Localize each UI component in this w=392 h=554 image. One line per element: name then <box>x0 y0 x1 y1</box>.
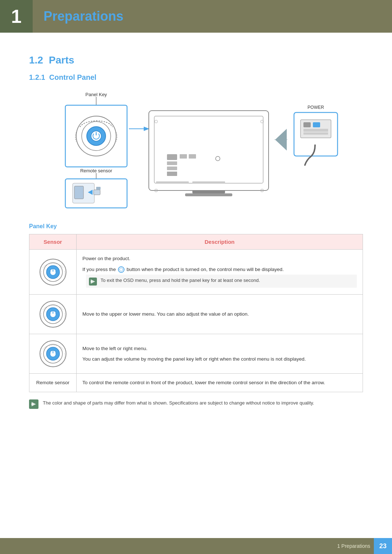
footer-note-text: The color and shape of parts may differ … <box>43 399 314 407</box>
svg-rect-23 <box>156 181 189 183</box>
svg-point-19 <box>155 120 158 123</box>
svg-rect-40 <box>94 190 100 195</box>
table-row: Remote sensorTo control the remote contr… <box>29 374 363 392</box>
circle-button-icon <box>118 266 124 273</box>
note-box: To exit the OSD menu, press and hold the… <box>86 275 357 288</box>
svg-rect-41 <box>96 187 101 190</box>
chapter-title: Preparations <box>44 9 123 24</box>
svg-rect-8 <box>149 111 269 190</box>
page-header: 1 Preparations <box>0 0 392 33</box>
panel-key-heading: Panel Key <box>29 223 363 230</box>
svg-rect-13 <box>167 161 177 165</box>
table-cell-sensor <box>29 334 77 374</box>
svg-rect-32 <box>303 129 328 132</box>
note-icon <box>89 278 97 286</box>
table-cell-description: Move to the left or right menu.You can a… <box>77 334 363 374</box>
svg-rect-46 <box>91 281 93 282</box>
description-line: Power on the product. <box>82 255 357 263</box>
sensor-text-label: Remote sensor <box>36 380 70 385</box>
svg-rect-14 <box>167 167 177 170</box>
main-content: 1.2 Parts 1.2.1 Control Panel Panel Key <box>0 33 392 431</box>
subsection-title: 1.2.1 Control Panel <box>29 73 363 82</box>
svg-rect-12 <box>167 154 177 160</box>
table-cell-description: Move to the upper or lower menu. You can… <box>77 295 363 334</box>
table-header-sensor: Sensor <box>29 234 77 250</box>
svg-point-18 <box>216 156 220 161</box>
knob-icon <box>38 300 68 329</box>
table-cell-sensor <box>29 295 77 334</box>
section-title: 1.2 Parts <box>29 54 363 66</box>
footer-note: The color and shape of parts may differ … <box>29 399 363 409</box>
svg-rect-15 <box>167 172 177 176</box>
svg-rect-24 <box>192 181 225 183</box>
table-cell-sensor <box>29 250 77 295</box>
note-text: To exit the OSD menu, press and hold the… <box>101 277 260 284</box>
parts-table: Sensor Description Power on the product.… <box>29 234 363 392</box>
footer-page-number: 23 <box>374 538 392 554</box>
footer-section-label: 1 Preparations <box>337 543 370 549</box>
description-line: Move to the left or right menu. <box>82 345 357 353</box>
svg-text:Panel Key: Panel Key <box>85 92 107 97</box>
svg-text:Remote sensor: Remote sensor <box>80 168 113 173</box>
description-line: If you press the button when the product… <box>82 266 357 274</box>
table-cell-sensor: Remote sensor <box>29 374 77 392</box>
table-row: Move to the upper or lower menu. You can… <box>29 295 363 334</box>
svg-rect-17 <box>189 154 196 159</box>
knob-icon <box>38 339 68 368</box>
svg-rect-11 <box>185 193 232 196</box>
description-line: You can adjust the volume by moving the … <box>82 355 357 363</box>
footer-note-icon <box>29 399 38 409</box>
table-cell-description: To control the remote control in front o… <box>77 374 363 392</box>
chapter-number: 1 <box>0 0 33 33</box>
svg-rect-10 <box>192 190 225 193</box>
svg-rect-55 <box>31 403 33 405</box>
table-cell-description: Power on the product.If you press the bu… <box>77 250 363 295</box>
svg-rect-31 <box>313 122 320 127</box>
knob-icon <box>38 258 68 287</box>
svg-text:POWER: POWER <box>307 105 324 110</box>
svg-rect-38 <box>74 186 83 199</box>
table-row: Move to the left or right menu.You can a… <box>29 334 363 374</box>
control-panel-diagram: Panel Key <box>40 89 352 212</box>
svg-rect-16 <box>180 154 187 159</box>
page-footer: 1 Preparations 23 <box>0 538 392 554</box>
description-line: To control the remote control in front o… <box>82 379 357 387</box>
table-row: Power on the product.If you press the bu… <box>29 250 363 295</box>
description-line: Move to the upper or lower menu. You can… <box>82 310 357 318</box>
table-header-description: Description <box>77 234 363 250</box>
svg-rect-33 <box>303 132 328 135</box>
diagram-area: Panel Key <box>29 89 363 212</box>
svg-rect-30 <box>303 122 311 127</box>
